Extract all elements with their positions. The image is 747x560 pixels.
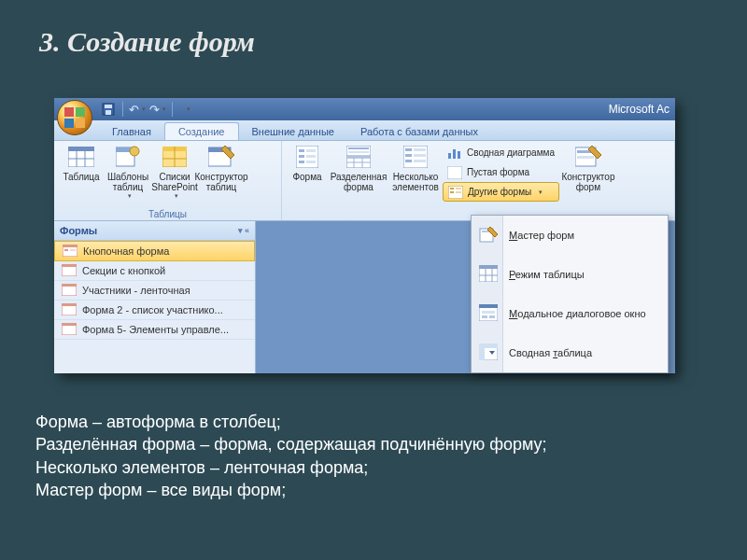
svg-rect-23 xyxy=(306,161,316,163)
nav-item[interactable]: Кнопочная форма xyxy=(54,241,255,261)
pivot-chart-icon xyxy=(447,146,462,161)
svg-rect-52 xyxy=(64,249,68,251)
btn-more-forms[interactable]: Другие формы ▾ xyxy=(443,182,559,202)
svg-rect-51 xyxy=(63,245,78,247)
btn-split-form[interactable]: Разделенная форма xyxy=(329,143,388,194)
svg-rect-34 xyxy=(405,154,412,157)
svg-rect-57 xyxy=(62,284,77,287)
btn-table-designer[interactable]: Конструктор таблиц xyxy=(198,143,245,194)
svg-rect-19 xyxy=(306,149,316,152)
qat-more-icon[interactable]: ▾ xyxy=(177,100,196,119)
btn-label: Разделенная форма xyxy=(330,172,388,192)
designer-icon xyxy=(207,145,235,169)
group-forms: Форма Разделенная форма Несколько элемен… xyxy=(282,141,675,220)
table-icon xyxy=(67,145,95,169)
btn-blank-form[interactable]: Пустая форма xyxy=(443,162,559,182)
svg-rect-76 xyxy=(479,343,498,348)
svg-rect-40 xyxy=(458,151,460,159)
chevron-down-icon: ▾ xyxy=(175,192,178,200)
svg-rect-41 xyxy=(447,166,462,179)
bullet-line: Мастер форм – все виды форм; xyxy=(35,479,547,501)
tab-external-data[interactable]: Внешние данные xyxy=(239,123,347,140)
nav-item-label: Секции с кнопкой xyxy=(82,265,165,276)
sharepoint-icon xyxy=(161,145,189,169)
btn-label: Форма xyxy=(292,172,321,182)
btn-label: Списки SharePoint xyxy=(151,172,197,192)
btn-form-designer[interactable]: Конструктор форм xyxy=(559,143,617,194)
chevron-down-icon[interactable]: ▾ xyxy=(238,226,243,235)
popup-label: Мастер форм xyxy=(509,230,574,241)
popup-item-modal-dialog[interactable]: Модальное диалоговое окно xyxy=(472,294,668,333)
btn-pivot-chart[interactable]: Сводная диаграмма xyxy=(443,143,559,162)
undo-icon[interactable]: ↶▾ xyxy=(128,100,147,119)
popup-item-form-wizard[interactable]: Мастер форм xyxy=(472,216,668,255)
nav-item[interactable]: Секции с кнопкой xyxy=(54,261,255,281)
svg-rect-55 xyxy=(62,264,77,267)
ribbon: Таблица Шаблоны таблиц▾ Списки SharePoin… xyxy=(54,141,675,221)
form-icon xyxy=(62,284,77,297)
popup-item-datasheet[interactable]: Режим таблицы xyxy=(472,255,668,294)
navigation-pane: Формы ▾« Кнопочная форма Секции с кнопко… xyxy=(54,221,256,373)
popup-item-pivot-table[interactable]: Сводная таблица xyxy=(472,333,668,372)
redo-icon[interactable]: ↷▾ xyxy=(148,100,167,119)
btn-table-templates[interactable]: Шаблоны таблиц▾ xyxy=(105,143,151,202)
svg-rect-53 xyxy=(70,249,76,251)
title-bar: ↶▾ ↷▾ ▾ Microsoft Ac xyxy=(54,98,675,120)
svg-rect-35 xyxy=(414,154,426,157)
form-icon xyxy=(63,245,78,258)
nav-item-label: Кнопочная форма xyxy=(83,245,169,257)
office-button[interactable] xyxy=(57,100,92,135)
separator xyxy=(122,102,123,117)
nav-item[interactable]: Форма 2 - список участнико... xyxy=(54,301,255,320)
bullet-line: Несколько элементов – ленточная форма; xyxy=(35,456,547,479)
datasheet-icon xyxy=(479,265,498,284)
svg-rect-72 xyxy=(482,315,487,318)
bullet-line: Разделённая форма – форма, содержащая по… xyxy=(35,433,547,455)
tab-database-tools[interactable]: Работа с базами данных xyxy=(347,123,491,140)
svg-rect-22 xyxy=(299,161,304,163)
svg-rect-2 xyxy=(106,110,111,115)
btn-multiple-items[interactable]: Несколько элементов xyxy=(388,143,443,194)
more-forms-popup: Мастер форм Режим таблицы Модальное диал… xyxy=(471,215,669,373)
svg-rect-1 xyxy=(105,105,112,108)
multi-items-icon xyxy=(402,145,430,169)
more-forms-icon xyxy=(448,185,463,200)
btn-label: Сводная диаграмма xyxy=(467,147,555,158)
btn-table[interactable]: Таблица xyxy=(58,143,105,184)
save-icon[interactable] xyxy=(99,100,118,119)
btn-label: Другие формы xyxy=(468,187,531,197)
bullet-line: Форма – автоформа в столбец; xyxy=(35,411,547,433)
nav-item[interactable]: Форма 5- Элементы управле... xyxy=(54,320,255,340)
btn-label: Несколько элементов xyxy=(389,172,442,192)
svg-rect-20 xyxy=(299,155,304,158)
form-icon xyxy=(62,303,77,316)
svg-rect-32 xyxy=(405,148,412,151)
nav-header-label: Формы xyxy=(60,225,97,236)
tab-create[interactable]: Создание xyxy=(164,122,239,140)
svg-rect-43 xyxy=(450,188,454,189)
btn-form[interactable]: Форма xyxy=(286,143,329,184)
svg-rect-44 xyxy=(456,188,461,189)
svg-rect-24 xyxy=(346,146,371,156)
pivot-table-icon xyxy=(479,343,498,362)
group-label: Таблицы xyxy=(58,209,277,220)
collapse-icon[interactable]: « xyxy=(245,226,249,235)
nav-item-label: Участники - ленточная xyxy=(82,285,190,296)
nav-item[interactable]: Участники - ленточная xyxy=(54,281,255,301)
group-tables: Таблица Шаблоны таблиц▾ Списки SharePoin… xyxy=(54,141,282,220)
separator xyxy=(172,102,173,117)
svg-rect-39 xyxy=(453,149,456,159)
svg-rect-59 xyxy=(62,303,77,306)
nav-pane-header[interactable]: Формы ▾« xyxy=(54,221,255,241)
split-form-icon xyxy=(345,145,373,169)
btn-sharepoint-lists[interactable]: Списки SharePoint▾ xyxy=(151,143,198,202)
ribbon-tabs: Главная Создание Внешние данные Работа с… xyxy=(54,120,675,141)
svg-rect-33 xyxy=(414,148,426,151)
chevron-down-icon: ▾ xyxy=(539,189,543,196)
btn-label: Шаблоны таблиц xyxy=(106,172,150,192)
btn-label: Таблица xyxy=(63,172,99,182)
popup-label: Модальное диалоговое окно xyxy=(509,308,646,319)
tab-home[interactable]: Главная xyxy=(99,123,164,140)
form-designer-icon xyxy=(574,145,602,169)
svg-rect-38 xyxy=(448,153,451,159)
